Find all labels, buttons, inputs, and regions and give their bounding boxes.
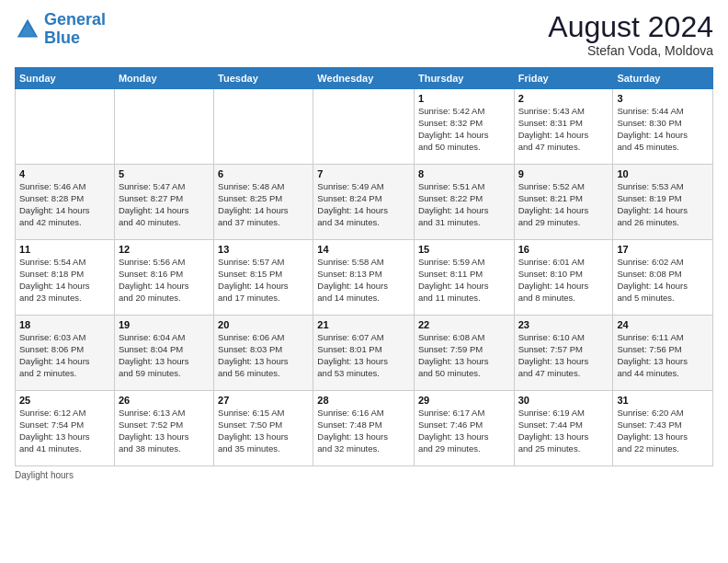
day-cell: 26Sunrise: 6:13 AM Sunset: 7:52 PM Dayli… bbox=[114, 391, 213, 466]
day-cell: 27Sunrise: 6:15 AM Sunset: 7:50 PM Dayli… bbox=[214, 391, 313, 466]
week-row-2: 4Sunrise: 5:46 AM Sunset: 8:28 PM Daylig… bbox=[16, 165, 713, 240]
day-number: 17 bbox=[617, 244, 709, 255]
day-info: Sunrise: 5:47 AM Sunset: 8:27 PM Dayligh… bbox=[119, 181, 210, 228]
day-number: 6 bbox=[218, 168, 309, 179]
header-day-friday: Friday bbox=[514, 68, 613, 89]
day-info: Sunrise: 5:49 AM Sunset: 8:24 PM Dayligh… bbox=[317, 181, 410, 228]
logo-text: General Blue bbox=[44, 11, 106, 48]
day-cell: 7Sunrise: 5:49 AM Sunset: 8:24 PM Daylig… bbox=[313, 165, 415, 240]
day-number: 12 bbox=[119, 244, 210, 255]
week-row-5: 25Sunrise: 6:12 AM Sunset: 7:54 PM Dayli… bbox=[16, 391, 713, 466]
day-cell: 6Sunrise: 5:48 AM Sunset: 8:25 PM Daylig… bbox=[214, 165, 313, 240]
day-cell: 13Sunrise: 5:57 AM Sunset: 8:15 PM Dayli… bbox=[214, 240, 313, 316]
day-info: Sunrise: 6:13 AM Sunset: 7:52 PM Dayligh… bbox=[119, 408, 210, 454]
day-info: Sunrise: 6:20 AM Sunset: 7:43 PM Dayligh… bbox=[617, 408, 709, 454]
day-number: 1 bbox=[418, 93, 510, 104]
day-number: 18 bbox=[19, 319, 110, 330]
day-cell: 10Sunrise: 5:53 AM Sunset: 8:19 PM Dayli… bbox=[613, 165, 713, 240]
day-cell: 19Sunrise: 6:04 AM Sunset: 8:04 PM Dayli… bbox=[114, 316, 213, 391]
day-info: Sunrise: 5:58 AM Sunset: 8:13 PM Dayligh… bbox=[317, 257, 410, 304]
day-info: Sunrise: 5:52 AM Sunset: 8:21 PM Dayligh… bbox=[518, 181, 609, 228]
header: General Blue August 2024 Stefan Voda, Mo… bbox=[15, 11, 713, 58]
header-row: SundayMondayTuesdayWednesdayThursdayFrid… bbox=[16, 68, 713, 89]
day-info: Sunrise: 5:59 AM Sunset: 8:11 PM Dayligh… bbox=[418, 257, 510, 304]
day-cell: 16Sunrise: 6:01 AM Sunset: 8:10 PM Dayli… bbox=[514, 240, 613, 316]
day-info: Sunrise: 6:15 AM Sunset: 7:50 PM Dayligh… bbox=[218, 408, 309, 454]
location: Stefan Voda, Moldova bbox=[548, 43, 713, 58]
day-number: 8 bbox=[418, 168, 510, 179]
header-day-saturday: Saturday bbox=[613, 68, 713, 89]
day-info: Sunrise: 5:54 AM Sunset: 8:18 PM Dayligh… bbox=[19, 257, 110, 304]
day-number: 27 bbox=[218, 395, 309, 406]
month-year: August 2024 bbox=[548, 11, 713, 43]
day-cell bbox=[16, 89, 115, 165]
header-day-tuesday: Tuesday bbox=[214, 68, 313, 89]
day-info: Sunrise: 6:19 AM Sunset: 7:44 PM Dayligh… bbox=[518, 408, 609, 454]
day-number: 29 bbox=[418, 395, 510, 406]
logo-general: General bbox=[44, 10, 106, 29]
page: General Blue August 2024 Stefan Voda, Mo… bbox=[0, 0, 728, 488]
header-day-thursday: Thursday bbox=[414, 68, 514, 89]
day-cell: 8Sunrise: 5:51 AM Sunset: 8:22 PM Daylig… bbox=[414, 165, 514, 240]
day-info: Sunrise: 6:16 AM Sunset: 7:48 PM Dayligh… bbox=[317, 408, 410, 454]
day-info: Sunrise: 5:57 AM Sunset: 8:15 PM Dayligh… bbox=[218, 257, 309, 304]
day-number: 7 bbox=[317, 168, 410, 179]
day-info: Sunrise: 6:12 AM Sunset: 7:54 PM Dayligh… bbox=[19, 408, 110, 454]
day-number: 31 bbox=[617, 395, 709, 406]
footer-note: Daylight hours bbox=[15, 470, 713, 480]
day-info: Sunrise: 6:17 AM Sunset: 7:46 PM Dayligh… bbox=[418, 408, 510, 454]
day-info: Sunrise: 6:08 AM Sunset: 7:59 PM Dayligh… bbox=[418, 332, 510, 379]
day-number: 19 bbox=[119, 319, 210, 330]
day-number: 26 bbox=[119, 395, 210, 406]
calendar-header: SundayMondayTuesdayWednesdayThursdayFrid… bbox=[16, 68, 713, 89]
day-info: Sunrise: 5:56 AM Sunset: 8:16 PM Dayligh… bbox=[119, 257, 210, 304]
day-cell: 15Sunrise: 5:59 AM Sunset: 8:11 PM Dayli… bbox=[414, 240, 514, 316]
day-number: 23 bbox=[518, 319, 609, 330]
day-info: Sunrise: 5:53 AM Sunset: 8:19 PM Dayligh… bbox=[617, 181, 709, 228]
week-row-1: 1Sunrise: 5:42 AM Sunset: 8:32 PM Daylig… bbox=[16, 89, 713, 165]
day-info: Sunrise: 5:42 AM Sunset: 8:32 PM Dayligh… bbox=[418, 106, 510, 153]
day-number: 15 bbox=[418, 244, 510, 255]
week-row-3: 11Sunrise: 5:54 AM Sunset: 8:18 PM Dayli… bbox=[16, 240, 713, 316]
day-cell: 28Sunrise: 6:16 AM Sunset: 7:48 PM Dayli… bbox=[313, 391, 415, 466]
day-cell: 2Sunrise: 5:43 AM Sunset: 8:31 PM Daylig… bbox=[514, 89, 613, 165]
day-cell: 23Sunrise: 6:10 AM Sunset: 7:57 PM Dayli… bbox=[514, 316, 613, 391]
day-info: Sunrise: 6:01 AM Sunset: 8:10 PM Dayligh… bbox=[518, 257, 609, 304]
day-number: 9 bbox=[518, 168, 609, 179]
day-cell: 18Sunrise: 6:03 AM Sunset: 8:06 PM Dayli… bbox=[16, 316, 115, 391]
day-cell bbox=[313, 89, 415, 165]
day-info: Sunrise: 5:43 AM Sunset: 8:31 PM Dayligh… bbox=[518, 106, 609, 153]
calendar-table: SundayMondayTuesdayWednesdayThursdayFrid… bbox=[15, 67, 713, 466]
day-cell bbox=[114, 89, 213, 165]
day-info: Sunrise: 6:07 AM Sunset: 8:01 PM Dayligh… bbox=[317, 332, 410, 379]
day-cell: 31Sunrise: 6:20 AM Sunset: 7:43 PM Dayli… bbox=[613, 391, 713, 466]
day-cell: 1Sunrise: 5:42 AM Sunset: 8:32 PM Daylig… bbox=[414, 89, 514, 165]
day-info: Sunrise: 6:06 AM Sunset: 8:03 PM Dayligh… bbox=[218, 332, 309, 379]
day-info: Sunrise: 6:04 AM Sunset: 8:04 PM Dayligh… bbox=[119, 332, 210, 379]
day-cell: 29Sunrise: 6:17 AM Sunset: 7:46 PM Dayli… bbox=[414, 391, 514, 466]
day-number: 24 bbox=[617, 319, 709, 330]
day-number: 16 bbox=[518, 244, 609, 255]
day-number: 14 bbox=[317, 244, 410, 255]
day-info: Sunrise: 6:03 AM Sunset: 8:06 PM Dayligh… bbox=[19, 332, 110, 379]
day-number: 22 bbox=[418, 319, 510, 330]
day-cell: 25Sunrise: 6:12 AM Sunset: 7:54 PM Dayli… bbox=[16, 391, 115, 466]
logo-blue: Blue bbox=[44, 29, 80, 47]
day-cell: 9Sunrise: 5:52 AM Sunset: 8:21 PM Daylig… bbox=[514, 165, 613, 240]
day-number: 20 bbox=[218, 319, 309, 330]
day-cell: 17Sunrise: 6:02 AM Sunset: 8:08 PM Dayli… bbox=[613, 240, 713, 316]
day-number: 5 bbox=[119, 168, 210, 179]
header-day-monday: Monday bbox=[114, 68, 213, 89]
day-info: Sunrise: 5:46 AM Sunset: 8:28 PM Dayligh… bbox=[19, 181, 110, 228]
day-cell: 30Sunrise: 6:19 AM Sunset: 7:44 PM Dayli… bbox=[514, 391, 613, 466]
day-info: Sunrise: 5:51 AM Sunset: 8:22 PM Dayligh… bbox=[418, 181, 510, 228]
day-cell: 5Sunrise: 5:47 AM Sunset: 8:27 PM Daylig… bbox=[114, 165, 213, 240]
week-row-4: 18Sunrise: 6:03 AM Sunset: 8:06 PM Dayli… bbox=[16, 316, 713, 391]
day-info: Sunrise: 6:10 AM Sunset: 7:57 PM Dayligh… bbox=[518, 332, 609, 379]
title-block: August 2024 Stefan Voda, Moldova bbox=[548, 11, 713, 58]
day-cell: 24Sunrise: 6:11 AM Sunset: 7:56 PM Dayli… bbox=[613, 316, 713, 391]
day-cell: 4Sunrise: 5:46 AM Sunset: 8:28 PM Daylig… bbox=[16, 165, 115, 240]
day-cell: 21Sunrise: 6:07 AM Sunset: 8:01 PM Dayli… bbox=[313, 316, 415, 391]
day-cell: 22Sunrise: 6:08 AM Sunset: 7:59 PM Dayli… bbox=[414, 316, 514, 391]
logo: General Blue bbox=[15, 11, 106, 48]
